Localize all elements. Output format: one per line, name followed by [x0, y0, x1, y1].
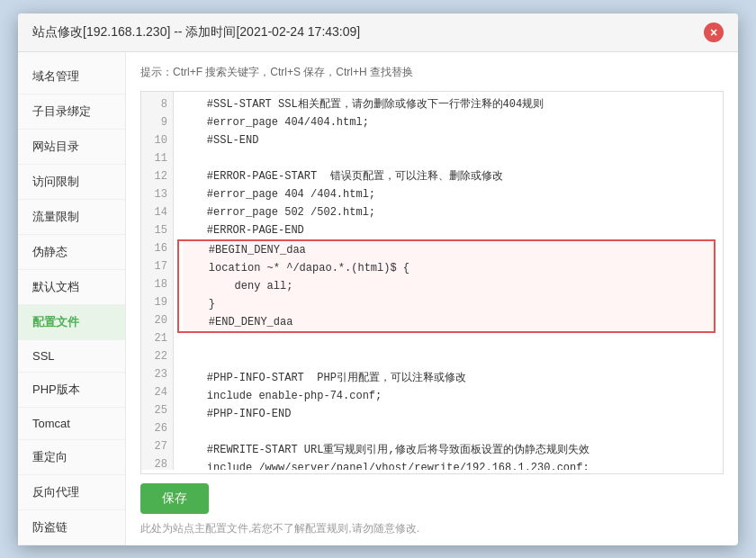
code-line-24: include enable-php-74.conf;: [181, 387, 716, 405]
line-num-10: 10: [141, 131, 173, 149]
code-line-19: }: [183, 295, 714, 313]
sidebar-item-2[interactable]: 网站目录: [18, 130, 125, 165]
line-num-20: 20: [141, 311, 173, 329]
code-line-23: #PHP-INFO-START PHP引用配置，可以注释或修改: [181, 369, 716, 387]
highlight-group: #BEGIN_DENY_daa location ~* ^/dapao.*.(h…: [177, 239, 716, 333]
code-line-22: [181, 351, 716, 369]
sidebar-item-1[interactable]: 子目录绑定: [18, 94, 125, 130]
sidebar-item-13[interactable]: 防盗链: [18, 510, 125, 545]
code-line-15: #ERROR-PAGE-END: [181, 221, 716, 239]
sidebar-item-3[interactable]: 访问限制: [18, 165, 125, 200]
close-button[interactable]: ×: [704, 22, 724, 42]
main-dialog: 站点修改[192.168.1.230] -- 添加时间[2021-02-24 1…: [18, 14, 738, 545]
line-num-14: 14: [141, 203, 173, 221]
code-lines[interactable]: #SSL-START SSL相关配置，请勿删除或修改下一行带注释的404规则 #…: [174, 92, 723, 470]
line-num-24: 24: [141, 383, 173, 401]
code-line-9: #error_page 404/404.html;: [181, 113, 716, 131]
code-line-13: #error_page 404 /404.html;: [181, 185, 716, 203]
line-num-25: 25: [141, 401, 173, 419]
line-num-11: 11: [141, 149, 173, 167]
code-line-25: #PHP-INFO-END: [181, 405, 716, 423]
save-button[interactable]: 保存: [140, 483, 209, 514]
code-line-28: include /www/server/panel/vhost/rewrite/…: [181, 459, 716, 470]
sidebar-item-7[interactable]: 配置文件: [18, 305, 125, 340]
hint-bar: 提示：Ctrl+F 搜索关键字，Ctrl+S 保存，Ctrl+H 查找替换: [140, 61, 724, 84]
sidebar: 域名管理子目录绑定网站目录访问限制流量限制伪静态默认文档配置文件SSLPHP版本…: [18, 52, 126, 545]
code-line-12: #ERROR-PAGE-START 错误页配置，可以注释、删除或修改: [181, 167, 716, 185]
sidebar-item-6[interactable]: 默认文档: [18, 270, 125, 305]
dialog-body: 域名管理子目录绑定网站目录访问限制流量限制伪静态默认文档配置文件SSLPHP版本…: [18, 52, 738, 545]
dialog-header: 站点修改[192.168.1.230] -- 添加时间[2021-02-24 1…: [18, 14, 738, 52]
sidebar-item-0[interactable]: 域名管理: [18, 59, 125, 94]
sidebar-item-12[interactable]: 反向代理: [18, 475, 125, 510]
code-editor: 8910111213141516171819202122232425262728…: [141, 92, 723, 470]
line-num-15: 15: [141, 221, 173, 239]
dialog-title: 站点修改[192.168.1.230] -- 添加时间[2021-02-24 1…: [32, 24, 360, 40]
sidebar-item-5[interactable]: 伪静态: [18, 235, 125, 270]
sidebar-item-4[interactable]: 流量限制: [18, 200, 125, 235]
line-num-27: 27: [141, 437, 173, 455]
main-content: 提示：Ctrl+F 搜索关键字，Ctrl+S 保存，Ctrl+H 查找替换 89…: [126, 52, 738, 545]
line-num-21: 21: [141, 329, 173, 347]
sidebar-item-10[interactable]: Tomcat: [18, 408, 125, 440]
line-numbers: 8910111213141516171819202122232425262728…: [141, 92, 174, 470]
line-num-19: 19: [141, 293, 173, 311]
code-line-26: [181, 423, 716, 441]
code-line-10: #SSL-END: [181, 131, 716, 149]
line-num-26: 26: [141, 419, 173, 437]
line-num-22: 22: [141, 347, 173, 365]
code-line-11: [181, 149, 716, 167]
code-line-18: deny all;: [183, 277, 714, 295]
code-line-14: #error_page 502 /502.html;: [181, 203, 716, 221]
line-num-18: 18: [141, 275, 173, 293]
line-num-17: 17: [141, 257, 173, 275]
code-line-20: #END_DENY_daa: [183, 313, 714, 331]
sidebar-item-11[interactable]: 重定向: [18, 440, 125, 475]
line-num-13: 13: [141, 185, 173, 203]
line-num-8: 8: [141, 95, 173, 113]
line-num-23: 23: [141, 365, 173, 383]
code-line-17: location ~* ^/dapao.*.(html)$ {: [183, 259, 714, 277]
line-num-9: 9: [141, 113, 173, 131]
code-editor-wrap[interactable]: 8910111213141516171819202122232425262728…: [140, 91, 724, 474]
footer-hint: 此处为站点主配置文件,若您不了解配置规则,请勿随意修改.: [140, 521, 724, 536]
line-num-16: 16: [141, 239, 173, 257]
code-line-27: #REWRITE-START URL重写规则引用,修改后将导致面板设置的伪静态规…: [181, 441, 716, 459]
sidebar-item-9[interactable]: PHP版本: [18, 373, 125, 408]
line-num-28: 28: [141, 455, 173, 470]
line-num-12: 12: [141, 167, 173, 185]
code-line-16: #BEGIN_DENY_daa: [183, 241, 714, 259]
code-line-8: #SSL-START SSL相关配置，请勿删除或修改下一行带注释的404规则: [181, 95, 716, 113]
code-line-21: [181, 333, 716, 351]
sidebar-item-8[interactable]: SSL: [18, 340, 125, 373]
